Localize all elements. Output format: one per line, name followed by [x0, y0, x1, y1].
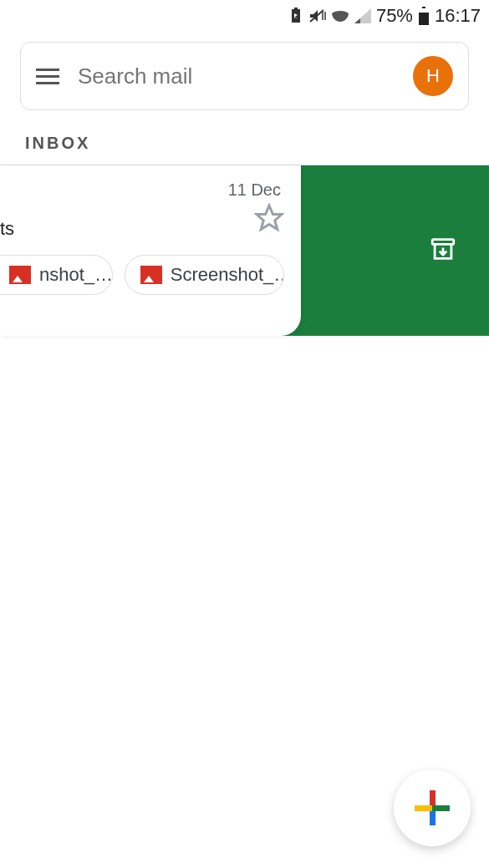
archive-icon: [429, 235, 457, 266]
cellular-signal-icon: [354, 8, 371, 23]
battery-saver-icon: [289, 8, 303, 24]
svg-marker-5: [354, 8, 371, 23]
image-icon: [140, 266, 162, 284]
svg-marker-11: [257, 206, 282, 230]
attachment-chip[interactable]: nshot_…: [0, 255, 113, 295]
battery-icon: [418, 7, 430, 25]
email-card[interactable]: 11 Dec ts nshot_… Screenshot_…: [0, 165, 301, 336]
silent-vibrate-icon: [308, 8, 326, 24]
attachment-label: nshot_…: [39, 264, 113, 286]
compose-fab[interactable]: [394, 769, 471, 846]
svg-rect-1: [294, 8, 298, 10]
menu-icon[interactable]: [36, 69, 59, 84]
star-icon[interactable]: [254, 203, 284, 236]
attachment-chip[interactable]: Screenshot_…: [125, 255, 284, 295]
search-input[interactable]: [78, 63, 395, 89]
email-item[interactable]: 11 Dec ts nshot_… Screenshot_…: [0, 165, 489, 336]
svg-rect-8: [419, 8, 429, 13]
avatar-initial: H: [426, 65, 440, 87]
battery-percent: 75%: [376, 5, 413, 27]
attachment-label: Screenshot_…: [171, 264, 284, 286]
image-icon: [9, 266, 31, 284]
status-bar: 75% 16:17: [0, 0, 489, 32]
plus-icon: [415, 790, 450, 825]
email-date: 11 Dec: [228, 180, 281, 200]
clock: 16:17: [435, 5, 481, 27]
svg-rect-10: [432, 240, 454, 245]
attachments: nshot_… Screenshot_…: [0, 255, 284, 295]
svg-rect-9: [422, 7, 425, 8]
section-label: INBOX: [25, 134, 489, 153]
search-bar[interactable]: H: [20, 42, 469, 110]
wifi-icon: [331, 8, 349, 23]
avatar[interactable]: H: [413, 56, 453, 96]
email-subject: ts: [0, 218, 14, 240]
